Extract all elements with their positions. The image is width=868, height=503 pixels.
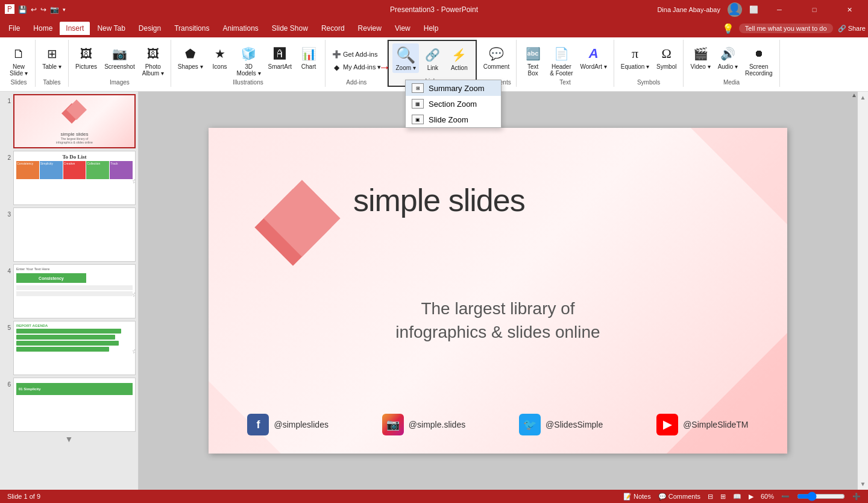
screen-recording-button[interactable]: ⏺ ScreenRecording: [742, 42, 776, 78]
slide-img-5: REPORT AGENDA ☆: [13, 321, 136, 375]
slide-zoom-item[interactable]: ▣ Slide Zoom: [406, 112, 501, 127]
slide-thumb-2[interactable]: 2 To Do List Consistency Simplicity Crea…: [2, 151, 136, 205]
main-area: 1 simple slides The largest library ofin…: [0, 92, 868, 490]
slide-count: Slide 1 of 9: [7, 493, 40, 500]
slide-num-1: 1: [2, 94, 11, 104]
menu-home[interactable]: Home: [27, 22, 58, 35]
symbol-icon: Ω: [657, 44, 676, 63]
scroll-up-button[interactable]: ▲: [858, 92, 868, 103]
menu-help[interactable]: Help: [418, 22, 445, 35]
equation-label: Equation ▾: [621, 63, 649, 70]
images-group-label: Images: [72, 79, 167, 87]
profile-icon[interactable]: ⬜: [749, 5, 758, 14]
shapes-icon: ⬟: [181, 44, 200, 63]
summary-zoom-label: Summary Zoom: [429, 84, 484, 93]
comments-status-button[interactable]: 💬 Comments: [658, 493, 700, 501]
quick-dropdown[interactable]: ▾: [63, 7, 66, 13]
twitter-handle: @SlidesSimple: [546, 420, 603, 429]
screen-recording-icon: ⏺: [749, 44, 769, 63]
ribbon-group-symbols: π Equation ▾ Ω Symbol Symbols: [614, 40, 684, 87]
scroll-down-button[interactable]: ▼: [858, 478, 868, 490]
slide-thumb-6[interactable]: 6 01 Simplicity: [2, 378, 136, 432]
menu-slideshow[interactable]: Slide Show: [266, 22, 314, 35]
screenshot-button[interactable]: 📷 Screenshot: [101, 42, 138, 72]
quick-undo[interactable]: ↩: [31, 5, 37, 14]
slides-group-label: Slides: [6, 79, 31, 87]
menu-insert[interactable]: Insert: [60, 22, 90, 35]
icons-button[interactable]: ★ Icons: [207, 42, 233, 72]
menu-animations[interactable]: Animations: [216, 22, 264, 35]
menu-file[interactable]: File: [2, 22, 26, 35]
equation-button[interactable]: π Equation ▾: [618, 42, 652, 72]
smartart-button[interactable]: 🅰 SmartArt: [265, 42, 295, 72]
quick-redo[interactable]: ↪: [40, 5, 46, 14]
instagram-handle: @simple.slides: [409, 420, 465, 429]
ribbon-group-tables: ⊞ Table ▾ Tables: [36, 40, 69, 87]
notes-button[interactable]: 📝 Notes: [623, 493, 651, 501]
get-addins-label: Get Add-ins: [343, 51, 377, 58]
zoom-out[interactable]: ➖: [781, 493, 790, 501]
shapes-button[interactable]: ⬟ Shapes ▾: [175, 42, 206, 72]
ribbon-group-images: 🖼 Pictures 📷 Screenshot 🖼 PhotoAlbum ▾ I…: [69, 40, 171, 87]
menu-newtab[interactable]: New Tab: [91, 22, 131, 35]
title-bar: 🅿 💾 ↩ ↪ 📷 ▾ Presentation3 - PowerPoint D…: [0, 0, 868, 19]
view-reading[interactable]: 📖: [733, 493, 741, 501]
comment-button[interactable]: 💬 Comment: [480, 42, 512, 72]
view-normal[interactable]: ⊟: [708, 493, 713, 501]
textbox-button[interactable]: 🔤 TextBox: [520, 42, 546, 78]
chart-button[interactable]: 📊 Chart: [296, 42, 321, 72]
minimize-button[interactable]: ─: [766, 0, 793, 19]
my-addins-button[interactable]: ◆ My Add-ins ▾: [329, 62, 383, 73]
audio-icon: 🔊: [718, 44, 737, 63]
slide-thumb-3[interactable]: 3: [2, 207, 136, 262]
table-button[interactable]: ⊞ Table ▾: [39, 42, 64, 72]
red-arrow-indicator: →: [379, 60, 391, 74]
audio-button[interactable]: 🔊 Audio ▾: [715, 42, 741, 72]
get-addins-button[interactable]: ➕ Get Add-ins: [329, 49, 380, 60]
header-footer-label: Header& Footer: [550, 63, 573, 77]
slide-panel-scroll[interactable]: ▼: [2, 434, 136, 444]
view-presentation[interactable]: ▶: [749, 493, 753, 501]
share-button[interactable]: 🔗 Share: [838, 25, 866, 33]
wordart-button[interactable]: A WordArt ▾: [577, 42, 610, 72]
zoom-button[interactable]: 🔍 Zoom ▾: [392, 43, 418, 73]
icons-icon: ★: [210, 44, 230, 63]
menu-review[interactable]: Review: [352, 22, 388, 35]
menu-view[interactable]: View: [389, 22, 417, 35]
tell-me-box[interactable]: Tell me what you want to do: [739, 24, 833, 33]
slide-thumb-5[interactable]: 5 REPORT AGENDA ☆: [2, 321, 136, 375]
slide-thumb-4[interactable]: 4 Enter Your Text Here Consistency ☆: [2, 264, 136, 318]
user-avatar: 👤: [728, 2, 742, 17]
zoom-level: 60%: [761, 493, 774, 500]
pictures-button[interactable]: 🖼 Pictures: [72, 42, 100, 72]
video-button[interactable]: 🎬 Video ▾: [687, 42, 713, 72]
screenshot-label: Screenshot: [104, 63, 135, 70]
ribbon-group-slides: 🗋 NewSlide ▾ Slides: [2, 40, 36, 87]
photo-album-button[interactable]: 🖼 PhotoAlbum ▾: [139, 42, 167, 78]
zoom-in[interactable]: ➕: [852, 493, 861, 501]
section-zoom-item[interactable]: ▦ Section Zoom: [406, 96, 501, 112]
action-button[interactable]: ⚡ Action: [447, 43, 472, 73]
slide-thumb-1[interactable]: 1 simple slides The largest library ofin…: [2, 94, 136, 148]
link-button[interactable]: 🔗 Link: [420, 43, 445, 73]
header-footer-button[interactable]: 📄 Header& Footer: [547, 42, 576, 78]
3d-models-button[interactable]: 🧊 3DModels ▾: [234, 42, 264, 78]
audio-label: Audio ▾: [718, 63, 738, 70]
maximize-button[interactable]: □: [800, 0, 828, 19]
view-slide-sorter[interactable]: ⊞: [720, 493, 726, 501]
quick-other[interactable]: 📷: [50, 5, 59, 14]
ribbon-collapse-button[interactable]: ▲: [851, 92, 857, 98]
close-button[interactable]: ✕: [835, 0, 863, 19]
ribbon-group-illustrations: ⬟ Shapes ▾ ★ Icons 🧊 3DModels ▾ 🅰 SmartA…: [171, 40, 326, 87]
new-slide-button[interactable]: 🗋 NewSlide ▾: [6, 42, 31, 78]
menu-record[interactable]: Record: [315, 22, 351, 35]
summary-zoom-item[interactable]: ⊞ Summary Zoom: [406, 80, 501, 96]
quick-save[interactable]: 💾: [18, 5, 27, 14]
menu-transitions[interactable]: Transitions: [168, 22, 215, 35]
screen-recording-label: ScreenRecording: [745, 63, 773, 77]
symbol-button[interactable]: Ω Symbol: [653, 42, 679, 72]
menu-design[interactable]: Design: [133, 22, 167, 35]
my-addins-icon: ◆: [332, 63, 341, 72]
zoom-slider[interactable]: [797, 492, 845, 501]
icons-label: Icons: [213, 63, 227, 70]
